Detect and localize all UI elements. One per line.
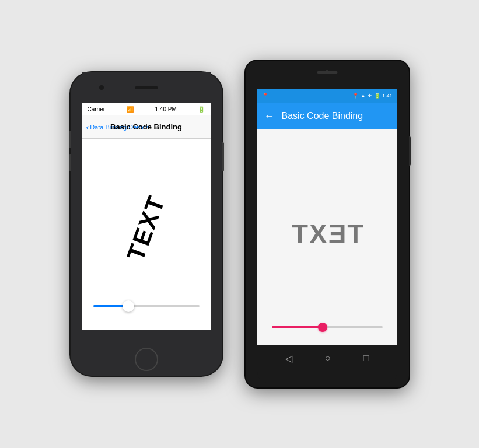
android-bottom-space [257,371,397,383]
android-time: 1:41 [382,93,393,99]
android-home-nav-icon[interactable]: ○ [325,353,331,363]
ios-speaker-icon [135,86,158,89]
android-battery-icon: 🔋 [374,93,380,99]
android-status-bar: 📍 📍 ▲ ✈ 🔋 1:41 [257,89,397,103]
ios-slider-fill [93,305,125,307]
android-slider-track [272,326,383,328]
ios-screen: Carrier 📶 1:40 PM 🔋 ‹ Data Binding Demos… [82,103,211,330]
android-toolbar-title: Basic Code Binding [282,111,363,121]
ios-power-button[interactable] [222,142,224,172]
android-slider-thumb[interactable] [318,323,327,332]
ios-content: TEXT [82,139,211,330]
ios-text-value: TEXT [121,191,171,264]
ios-battery-icon: 🔋 [198,106,205,113]
ios-camera-icon [99,85,104,90]
android-back-nav-icon[interactable]: ◁ [285,353,292,364]
android-speaker-icon [317,71,337,74]
ios-status-bar: Carrier 📶 1:40 PM 🔋 [82,103,211,116]
ios-phone: Carrier 📶 1:40 PM 🔋 ‹ Data Binding Demos… [71,72,222,376]
ios-nav-title: Basic Code Binding [110,123,182,131]
android-slider-container [263,326,391,328]
android-content: TEXT [257,130,397,345]
android-top-bar [257,65,397,89]
ios-home-button[interactable] [135,348,158,371]
android-signal-icon: ▲ [361,93,366,99]
android-power-button[interactable] [409,136,411,166]
android-location-icon: 📍 [352,93,359,99]
android-text-value: TEXT [291,218,364,250]
android-status-icons: 📍 ▲ ✈ 🔋 1:41 [352,93,392,99]
ios-slider-container [88,305,205,307]
android-back-icon[interactable]: ← [264,110,275,123]
ios-carrier: Carrier [88,106,106,113]
android-phone: 📍 📍 ▲ ✈ 🔋 1:41 ← Basic Code Binding TEXT [246,61,409,387]
android-status-left: 📍 [262,93,268,99]
ios-volume-down-button[interactable] [69,154,71,172]
android-slider-fill [272,326,322,328]
ios-volume-up-button[interactable] [69,131,71,148]
android-nav-bar: ◁ ○ □ [257,345,397,371]
ios-nav-bar: ‹ Data Binding Demos Basic Code Binding [82,116,211,139]
ios-time: 1:40 PM [155,106,177,113]
android-screen: 📍 📍 ▲ ✈ 🔋 1:41 ← Basic Code Binding TEXT [257,89,397,345]
ios-text-display: TEXT [88,150,205,305]
ios-wifi-icon: 📶 [127,106,134,113]
android-recent-nav-icon[interactable]: □ [363,353,369,363]
android-text-display: TEXT [263,141,391,326]
ios-slider-thumb[interactable] [123,300,134,312]
android-airplane-icon: ✈ [368,93,372,99]
android-toolbar: ← Basic Code Binding [257,103,397,130]
main-scene: Carrier 📶 1:40 PM 🔋 ‹ Data Binding Demos… [59,49,421,399]
ios-slider-track [93,305,200,307]
ios-notch [82,72,211,103]
ios-back-chevron-icon: ‹ [86,123,89,132]
